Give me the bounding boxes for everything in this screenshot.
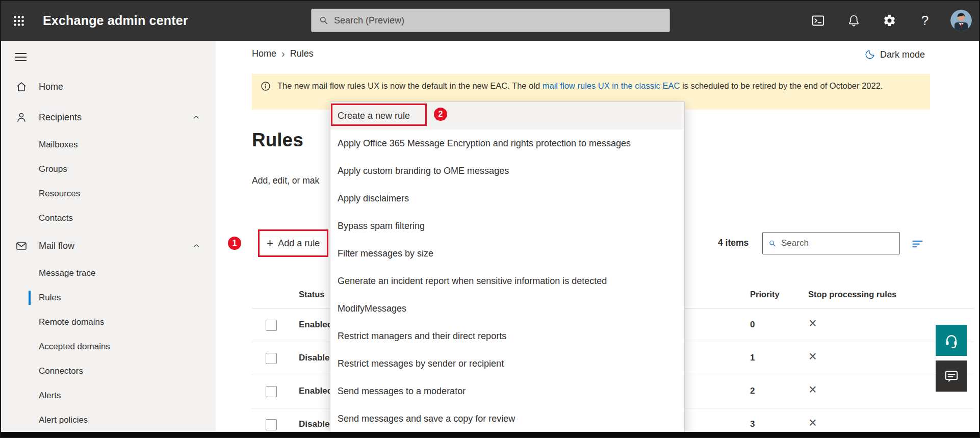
row-priority: 1 [750, 353, 755, 363]
row-priority: 3 [750, 419, 755, 429]
bell-icon[interactable] [843, 10, 864, 31]
app-title: Exchange admin center [43, 13, 188, 28]
dark-mode-label: Dark mode [880, 49, 925, 60]
row-status: Enabled [299, 386, 332, 396]
top-app-bar: Exchange admin center [0, 0, 980, 41]
x-icon: × [809, 349, 817, 365]
menu-item-ome-encryption[interactable]: Apply Office 365 Message Encryption and … [330, 130, 684, 157]
sidebar-item-mailboxes[interactable]: Mailboxes [0, 133, 216, 157]
feedback-bubble-icon [944, 369, 959, 384]
left-nav: Home Recipients Mailboxes Groups Resourc… [0, 41, 216, 432]
row-checkbox[interactable] [266, 320, 277, 331]
sidebar-item-alert-policies[interactable]: Alert policies [0, 408, 216, 432]
menu-item-modify-messages[interactable]: ModifyMessages [330, 295, 684, 322]
sidebar-item-label: Message trace [39, 268, 96, 278]
add-rule-dropdown-menu: Create a new rule Apply Office 365 Messa… [330, 101, 685, 433]
x-icon: × [809, 415, 817, 431]
support-headset-button[interactable] [936, 325, 967, 356]
banner-text-after: is scheduled to be retired by the end of… [682, 81, 883, 90]
global-search-input[interactable] [334, 15, 662, 26]
sidebar-item-label: Home [39, 82, 63, 92]
menu-item-apply-disclaimers[interactable]: Apply disclaimers [330, 185, 684, 212]
row-priority: 2 [750, 386, 755, 396]
moon-icon [864, 49, 875, 60]
sidebar-item-remote-domains[interactable]: Remote domains [0, 310, 216, 334]
row-priority: 0 [750, 320, 755, 330]
row-checkbox[interactable] [266, 419, 277, 430]
search-icon [319, 15, 329, 25]
menu-item-bypass-spam-filtering[interactable]: Bypass spam filtering [330, 212, 684, 240]
avatar[interactable] [950, 10, 972, 31]
dark-mode-toggle[interactable]: Dark mode [864, 49, 925, 60]
chevron-up-icon [191, 241, 201, 251]
mail-icon [15, 240, 28, 252]
menu-item-filter-by-size[interactable]: Filter messages by size [330, 240, 684, 267]
sidebar-item-label: Resources [39, 189, 80, 199]
plus-icon: + [267, 238, 273, 249]
sidebar-item-label: Accepted domains [39, 342, 110, 352]
row-checkbox[interactable] [266, 353, 277, 364]
feedback-button[interactable] [936, 360, 967, 392]
sidebar-item-label: Rules [39, 293, 61, 303]
rules-search-box[interactable] [762, 232, 900, 254]
sidebar-item-message-trace[interactable]: Message trace [0, 261, 216, 286]
sidebar-item-resources[interactable]: Resources [0, 182, 216, 206]
menu-item-restrict-sender-recipient[interactable]: Restrict messages by sender or recipient [330, 350, 684, 377]
banner-text-before: The new mail flow rules UX is now the de… [277, 81, 540, 90]
page-subtitle: Add, edit, or mak [252, 175, 319, 186]
menu-item-save-copy-for-review[interactable]: Send messages and save a copy for review [330, 405, 684, 432]
sidebar-item-label: Connectors [39, 366, 83, 376]
window-bottom-edge [0, 432, 980, 438]
gear-icon[interactable] [879, 10, 899, 31]
filter-lines-icon[interactable] [909, 235, 926, 252]
nav-collapse-hamburger-icon[interactable] [11, 47, 34, 67]
header-actions: ? [808, 0, 972, 41]
breadcrumb-home-link[interactable]: Home [252, 48, 276, 59]
cloud-shell-terminal-icon[interactable] [808, 10, 828, 31]
sidebar-item-label: Remote domains [39, 317, 105, 327]
sidebar-item-label: Contacts [39, 213, 73, 223]
breadcrumb-current: Rules [290, 48, 314, 59]
app-launcher-icon[interactable] [7, 9, 31, 33]
banner-text: The new mail flow rules UX is now the de… [277, 80, 883, 104]
sidebar-item-connectors[interactable]: Connectors [0, 359, 216, 383]
add-a-rule-button[interactable]: + Add a rule [258, 229, 328, 257]
items-count: 4 items [718, 238, 749, 248]
column-header-stop-processing: Stop processing rules [808, 290, 896, 299]
help-icon[interactable]: ? [915, 10, 935, 31]
sidebar-item-groups[interactable]: Groups [0, 157, 216, 182]
row-checkbox[interactable] [266, 386, 277, 397]
sidebar-item-home[interactable]: Home [0, 71, 216, 102]
left-nav-list: Home Recipients Mailboxes Groups Resourc… [0, 71, 216, 432]
sidebar-item-accepted-domains[interactable]: Accepted domains [0, 334, 216, 359]
menu-item-restrict-managers[interactable]: Restrict managers and their direct repor… [330, 322, 684, 350]
sidebar-item-label: Mail flow [39, 241, 74, 251]
annotation-step-badge-2: 2 [434, 108, 447, 121]
breadcrumb: Home › Rules [252, 48, 314, 60]
menu-item-create-a-new-rule[interactable]: Create a new rule [330, 102, 684, 130]
sidebar-item-rules[interactable]: Rules [0, 286, 216, 310]
menu-item-send-to-moderator[interactable]: Send messages to a moderator [330, 377, 684, 405]
global-search-box[interactable] [311, 9, 670, 32]
sidebar-item-label: Alert policies [39, 415, 88, 425]
column-header-status: Status [299, 290, 324, 299]
add-a-rule-label: Add a rule [278, 238, 320, 249]
search-icon [768, 239, 777, 248]
headset-icon [944, 333, 959, 348]
sidebar-item-contacts[interactable]: Contacts [0, 206, 216, 230]
menu-item-custom-branding[interactable]: Apply custom branding to OME messages [330, 157, 684, 185]
exchange-admin-center-window: Exchange admin center [0, 0, 980, 438]
menu-item-incident-report[interactable]: Generate an incident report when sensiti… [330, 267, 684, 295]
sidebar-item-alerts[interactable]: Alerts [0, 383, 216, 408]
sidebar-item-recipients[interactable]: Recipients [0, 102, 216, 133]
page-title: Rules [252, 130, 303, 151]
chevron-right-icon: › [281, 48, 285, 60]
column-header-priority: Priority [750, 290, 780, 299]
chevron-up-icon [191, 112, 201, 122]
sidebar-item-mail-flow[interactable]: Mail flow [0, 230, 216, 261]
person-icon [15, 111, 28, 123]
info-icon [260, 80, 271, 104]
rules-search-input[interactable] [781, 238, 894, 248]
row-status: Enabled [299, 320, 332, 330]
classic-eac-link[interactable]: mail flow rules UX in the classic EAC [543, 81, 680, 90]
